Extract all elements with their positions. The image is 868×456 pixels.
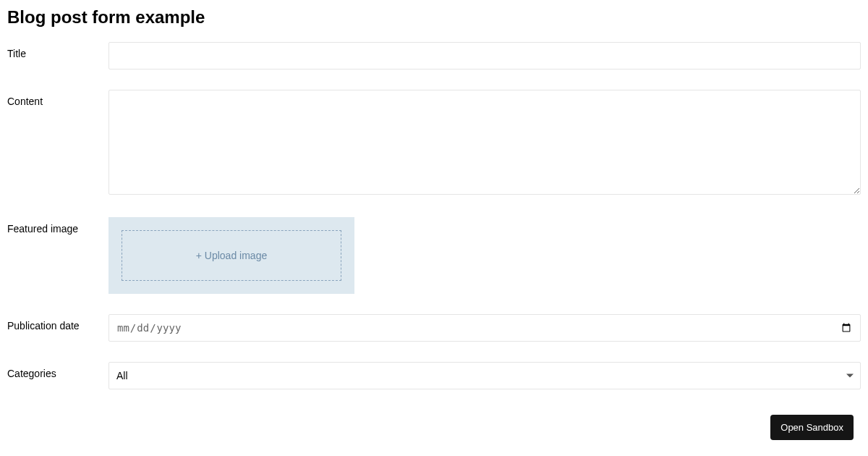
content-textarea[interactable] — [109, 90, 861, 195]
categories-select[interactable]: All — [109, 362, 861, 389]
form-row-content: Content — [7, 90, 861, 197]
form-row-categories: Categories All — [7, 362, 861, 389]
form-row-featured-image: Featured image + Upload image — [7, 217, 861, 294]
open-sandbox-button[interactable]: Open Sandbox — [770, 415, 854, 417]
title-input[interactable] — [109, 42, 861, 69]
title-label: Title — [7, 42, 109, 59]
upload-text: + Upload image — [196, 250, 267, 261]
upload-inner[interactable]: + Upload image — [122, 230, 341, 281]
featured-image-label: Featured image — [7, 217, 109, 235]
form-row-publication-date: Publication date — [7, 314, 861, 342]
form-row-title: Title — [7, 42, 861, 69]
upload-zone[interactable]: + Upload image — [109, 217, 354, 294]
publication-date-label: Publication date — [7, 314, 109, 332]
categories-label: Categories — [7, 362, 109, 379]
publication-date-input[interactable] — [109, 314, 861, 342]
content-label: Content — [7, 90, 109, 107]
page-title: Blog post form example — [7, 7, 861, 28]
